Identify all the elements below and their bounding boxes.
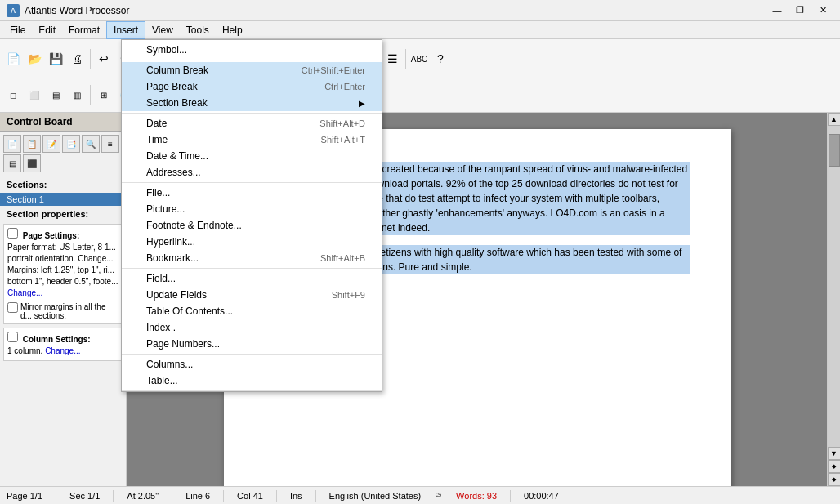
tb2-btn5[interactable]: ⊞ <box>94 85 114 105</box>
column-info: 1 column. Change... <box>7 346 118 357</box>
undo-button[interactable]: ↩ <box>94 49 114 69</box>
menu-footnote[interactable]: Footnote & Endnote... <box>122 217 382 234</box>
status-div-6 <box>315 490 316 502</box>
menu-section-fields: Field... Update Fields Shift+F9 Table Of… <box>122 269 382 355</box>
column-settings-title: Column Settings: <box>7 332 118 344</box>
menu-page-break[interactable]: Page Break Ctrl+Enter <box>122 78 382 95</box>
menu-edit[interactable]: Edit <box>32 21 62 39</box>
status-at: At 2.05" <box>127 491 159 501</box>
status-sec: Sec 1/1 <box>69 491 100 501</box>
title-bar: A Atlantis Word Processor — ❐ ✕ <box>0 0 840 21</box>
section-props-label: Section properties: <box>0 206 126 222</box>
control-board-icons: 📄 📋 📝 📑 🔍 ≡ ▤ ⬛ <box>0 132 126 176</box>
menu-date-time[interactable]: Date & Time... <box>122 148 382 164</box>
column-change-link[interactable]: Change... <box>45 346 80 355</box>
menu-table[interactable]: Table... <box>122 372 382 389</box>
scroll-btn-extra2[interactable]: ◆ <box>828 473 841 486</box>
menu-column-break[interactable]: Column Break Ctrl+Shift+Enter <box>122 62 382 78</box>
status-page: Page 1/1 <box>7 491 42 501</box>
menu-symbol[interactable]: Symbol... <box>122 42 382 58</box>
menu-page-numbers[interactable]: Page Numbers... <box>122 336 382 352</box>
menu-addresses[interactable]: Addresses... <box>122 164 382 181</box>
tb2-btn4[interactable]: ▥ <box>67 85 87 105</box>
spell-check-button[interactable]: ABC <box>409 49 429 69</box>
status-time: 00:00:47 <box>524 491 559 501</box>
column-settings-section: Column Settings: 1 column. Change... <box>3 328 123 361</box>
help-button[interactable]: ? <box>431 49 450 69</box>
status-div-4 <box>223 490 224 502</box>
tb2-btn2[interactable]: ⬜ <box>25 85 44 105</box>
toolbar-sep-5 <box>405 49 406 69</box>
insert-menu-dropdown: Symbol... Column Break Ctrl+Shift+Enter … <box>121 39 382 392</box>
menu-toc[interactable]: Table Of Contents... <box>122 303 382 319</box>
page-settings-section: Page Settings: Paper format: US Letter, … <box>3 224 123 324</box>
status-flag: 🏳 <box>434 491 443 501</box>
menu-columns[interactable]: Columns... <box>122 356 382 372</box>
scroll-thumb[interactable] <box>829 134 840 167</box>
cb-icon-1[interactable]: 📄 <box>3 135 21 153</box>
menu-file[interactable]: File... <box>122 185 382 201</box>
menu-index[interactable]: Index . <box>122 319 382 336</box>
align-justify-button[interactable]: ☰ <box>382 49 402 69</box>
new-button[interactable]: 📄 <box>3 49 23 69</box>
menu-section-layout: Columns... Table... <box>122 355 382 391</box>
column-settings-checkbox[interactable] <box>7 332 18 342</box>
menu-bookmark[interactable]: Bookmark... Shift+Alt+B <box>122 250 382 266</box>
cb-icon-3[interactable]: 📝 <box>42 135 60 153</box>
page-settings-checkbox[interactable] <box>7 228 18 239</box>
open-button[interactable]: 📂 <box>25 49 44 69</box>
toolbar-sep-1 <box>90 49 91 69</box>
menu-date[interactable]: Date Shift+Alt+D <box>122 115 382 132</box>
menu-insert[interactable]: Insert <box>106 21 145 39</box>
save-button[interactable]: 💾 <box>46 49 65 69</box>
cb-icon-2[interactable]: 📋 <box>23 135 41 153</box>
status-div-2 <box>113 490 114 502</box>
cb-icon-6[interactable]: ≡ <box>101 135 119 153</box>
cb-icon-8[interactable]: ⬛ <box>23 154 41 172</box>
cb-icon-4[interactable]: 📑 <box>62 135 80 153</box>
menu-field[interactable]: Field... <box>122 270 382 287</box>
menu-section-break[interactable]: Section Break ▶ <box>122 95 382 111</box>
minimize-button[interactable]: — <box>766 2 788 19</box>
scroll-btn-extra1[interactable]: ◆ <box>828 460 841 473</box>
app-title: Atlantis Word Processor <box>25 5 766 16</box>
tb2-btn3[interactable]: ▤ <box>46 85 65 105</box>
menu-update-fields[interactable]: Update Fields Shift+F9 <box>122 287 382 303</box>
menu-help[interactable]: Help <box>216 21 249 39</box>
app-icon: A <box>7 4 20 17</box>
close-button[interactable]: ✕ <box>812 2 833 19</box>
toolbar-sep-6 <box>90 85 91 105</box>
window-controls: — ❐ ✕ <box>766 2 833 19</box>
status-div-7 <box>510 490 511 502</box>
menu-time[interactable]: Time Shift+Alt+T <box>122 132 382 148</box>
print-button[interactable]: 🖨 <box>67 49 87 69</box>
status-div-5 <box>276 490 277 502</box>
menu-bar: File Edit Format Insert View Tools Help <box>0 21 840 39</box>
scroll-up-button[interactable]: ▲ <box>828 113 841 126</box>
menu-section-breaks: Column Break Ctrl+Shift+Enter Page Break… <box>122 60 382 114</box>
menu-section-datetime: Date Shift+Alt+D Time Shift+Alt+T Date &… <box>122 114 382 183</box>
menu-hyperlink[interactable]: Hyperlink... <box>122 234 382 250</box>
cb-icon-5[interactable]: 🔍 <box>82 135 100 153</box>
scroll-down-button[interactable]: ▼ <box>828 447 841 460</box>
status-div-1 <box>56 490 56 502</box>
tb2-btn1[interactable]: ◻ <box>3 85 23 105</box>
status-line: Line 6 <box>185 491 210 501</box>
section-1-item[interactable]: Section 1 <box>0 193 126 206</box>
menu-picture[interactable]: Picture... <box>122 201 382 217</box>
menu-tools[interactable]: Tools <box>180 21 216 39</box>
menu-view[interactable]: View <box>145 21 180 39</box>
menu-format[interactable]: Format <box>62 21 106 39</box>
maximize-button[interactable]: ❐ <box>789 2 811 19</box>
menu-section-insert: File... Picture... Footnote & Endnote...… <box>122 183 382 269</box>
left-panel: Control Board 📄 📋 📝 📑 🔍 ≡ ▤ ⬛ Sections: … <box>0 113 127 486</box>
mirror-margins-checkbox[interactable] <box>7 302 18 313</box>
cb-icon-7[interactable]: ▤ <box>3 154 21 172</box>
right-scrollbar: ▲ ▼ ◆ ◆ <box>827 113 840 486</box>
status-language: English (United States) <box>329 491 422 501</box>
sections-label: Sections: <box>0 176 126 193</box>
change-link-1[interactable]: Change... <box>7 288 42 297</box>
menu-file[interactable]: File <box>3 21 32 39</box>
scroll-track <box>828 126 840 447</box>
status-col: Col 41 <box>237 491 263 501</box>
